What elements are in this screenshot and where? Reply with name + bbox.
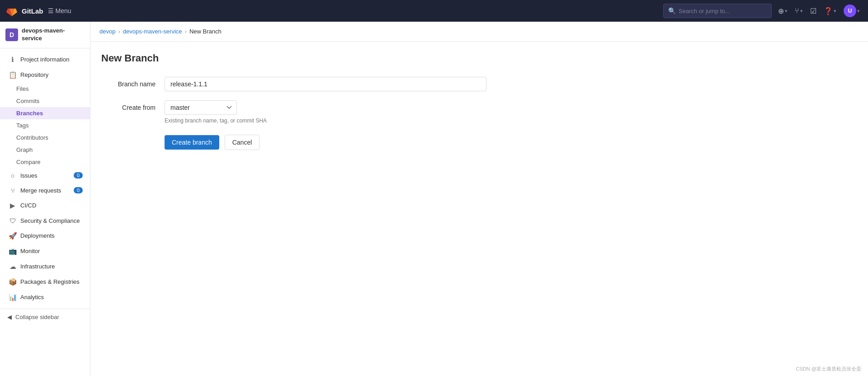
monitor-icon: 📺 <box>9 247 17 255</box>
sidebar-item-label: CI/CD <box>20 202 83 209</box>
sidebar-item-project-information[interactable]: ℹ Project information <box>0 52 90 67</box>
sidebar-item-label: Infrastructure <box>20 263 83 270</box>
cancel-button[interactable]: Cancel <box>225 135 260 150</box>
create-from-select[interactable]: master main develop <box>165 100 237 115</box>
chevron-left-icon: ◀ <box>7 314 12 320</box>
breadcrumb-separator: › <box>118 28 120 35</box>
create-from-hint: Existing branch name, tag, or commit SHA <box>165 118 486 124</box>
issues-badge: 0 <box>74 172 83 179</box>
sidebar-subitem-branches[interactable]: Branches <box>0 107 90 119</box>
sidebar-subitem-compare[interactable]: Compare <box>0 156 90 168</box>
help-icon: ❓ <box>824 7 833 15</box>
sidebar-item-label: Monitor <box>20 248 83 254</box>
merge-requests-icon: ⑂ <box>9 187 17 194</box>
merge-requests-nav-button[interactable]: ⑂ ▾ <box>792 4 806 18</box>
sidebar-item-label: Analytics <box>20 294 83 301</box>
sidebar-item-issues[interactable]: ○ Issues 0 <box>0 168 90 183</box>
user-menu-button[interactable]: U ▾ <box>841 2 863 20</box>
sidebar-item-label: Deployments <box>20 232 83 239</box>
create-branch-button[interactable]: Create branch <box>165 135 219 150</box>
deployments-icon: 🚀 <box>9 232 17 240</box>
todo-icon: ☑ <box>810 7 816 15</box>
sidebar-subitem-files[interactable]: Files <box>0 83 90 95</box>
create-new-button[interactable]: ⊕ ▾ <box>775 4 790 18</box>
sidebar-item-repository[interactable]: 📋 Repository <box>0 67 90 83</box>
security-icon: 🛡 <box>9 217 17 225</box>
breadcrumb-separator: › <box>185 28 187 35</box>
sidebar-item-infrastructure[interactable]: ☁ Infrastructure <box>0 259 90 274</box>
collapse-sidebar-button[interactable]: ◀ Collapse sidebar <box>0 309 90 325</box>
issues-icon: ○ <box>9 172 17 179</box>
sidebar-subitem-graph[interactable]: Graph <box>0 144 90 156</box>
project-name: devops-maven-service <box>22 27 85 42</box>
sidebar-item-label: Merge requests <box>20 187 70 194</box>
sidebar-item-deployments[interactable]: 🚀 Deployments <box>0 228 90 244</box>
create-from-group: Create from master main develop Existing… <box>101 100 486 124</box>
analytics-icon: 📊 <box>9 293 17 301</box>
sidebar-item-cicd[interactable]: ▶ CI/CD <box>0 198 90 213</box>
branch-name-label: Branch name <box>101 77 165 88</box>
merge-request-nav-icon: ⑂ <box>795 7 799 15</box>
search-bar[interactable]: 🔍 <box>663 4 772 18</box>
collapse-sidebar-label: Collapse sidebar <box>15 314 59 320</box>
breadcrumb-project[interactable]: devops-maven-service <box>123 28 182 35</box>
sidebar-item-merge-requests[interactable]: ⑂ Merge requests 0 <box>0 183 90 198</box>
packages-icon: 📦 <box>9 278 17 286</box>
project-icon: D <box>5 28 18 41</box>
help-button[interactable]: ❓ ▾ <box>821 4 839 18</box>
form-actions: Create branch Cancel <box>165 135 486 150</box>
watermark: CSDN @富士康质检员张全蛋· <box>796 366 863 372</box>
branch-name-group: Branch name <box>101 77 486 91</box>
sidebar-item-label: Security & Compliance <box>20 217 83 224</box>
sidebar-item-label: Repository <box>20 71 83 78</box>
main-content: devop › devops-maven-service › New Branc… <box>90 22 868 376</box>
repository-icon: 📋 <box>9 71 17 79</box>
merge-requests-badge: 0 <box>74 187 83 193</box>
layout: D devops-maven-service ℹ Project informa… <box>0 22 868 376</box>
nav-icon-group: ⊕ ▾ ⑂ ▾ ☑ ❓ ▾ U ▾ <box>775 2 863 20</box>
avatar: U <box>844 5 856 17</box>
sidebar-nav: ℹ Project information 📋 Repository Files… <box>0 48 90 309</box>
plus-icon: ⊕ <box>778 7 784 15</box>
search-input[interactable] <box>679 8 767 14</box>
breadcrumb-devop[interactable]: devop <box>99 28 115 35</box>
info-icon: ℹ <box>9 56 17 64</box>
sidebar-subitem-commits[interactable]: Commits <box>0 95 90 107</box>
sidebar-item-label: Project information <box>20 56 83 63</box>
sidebar-subitem-tags[interactable]: Tags <box>0 119 90 132</box>
sidebar-item-label: Packages & Registries <box>20 278 83 285</box>
sidebar-item-monitor[interactable]: 📺 Monitor <box>0 244 90 259</box>
sidebar-subitem-contributors[interactable]: Contributors <box>0 132 90 144</box>
sidebar-project[interactable]: D devops-maven-service <box>0 22 90 48</box>
infrastructure-icon: ☁ <box>9 263 17 271</box>
breadcrumb: devop › devops-maven-service › New Branc… <box>90 22 868 42</box>
top-navigation: GitLab ☰ Menu 🔍 ⊕ ▾ ⑂ ▾ ☑ ❓ ▾ U ▾ <box>0 0 868 22</box>
gitlab-logo[interactable]: GitLab <box>5 5 43 17</box>
sidebar-item-analytics[interactable]: 📊 Analytics <box>0 290 90 305</box>
branch-name-input-wrap <box>165 77 486 91</box>
branch-name-input[interactable] <box>165 77 486 91</box>
sidebar-item-packages-registries[interactable]: 📦 Packages & Registries <box>0 274 90 290</box>
page-content: New Branch Branch name Create from maste… <box>90 42 497 161</box>
sidebar-item-security-compliance[interactable]: 🛡 Security & Compliance <box>0 213 90 228</box>
page-title: New Branch <box>101 52 486 64</box>
todo-button[interactable]: ☑ <box>807 4 819 18</box>
sidebar: D devops-maven-service ℹ Project informa… <box>0 22 90 376</box>
menu-button[interactable]: ☰ Menu <box>48 7 71 14</box>
search-icon: 🔍 <box>668 7 676 14</box>
sidebar-item-label: Issues <box>20 172 70 179</box>
create-from-label: Create from <box>101 100 165 111</box>
create-from-select-wrap: master main develop Existing branch name… <box>165 100 486 124</box>
cicd-icon: ▶ <box>9 202 17 210</box>
breadcrumb-current: New Branch <box>189 28 222 35</box>
